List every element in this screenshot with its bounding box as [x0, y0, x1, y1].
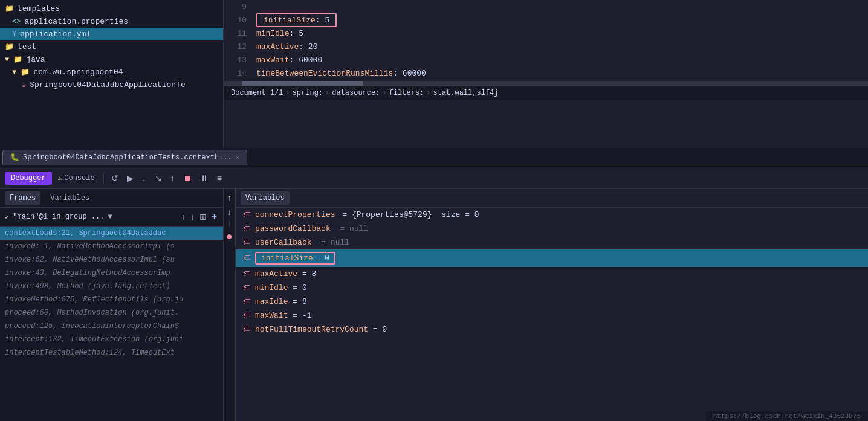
- file-label: application.yml: [20, 30, 91, 39]
- frame-item[interactable]: invoke:43, DelegatingMethodAccessorImp: [0, 266, 223, 280]
- tab-variables-left[interactable]: Variables: [45, 191, 94, 205]
- variables-panel: Variables 🏷 connectProperties = {Propert…: [236, 189, 868, 421]
- file-tree: 📁 templates <> application.properties Y …: [0, 0, 224, 148]
- tag-icon: 🏷: [243, 283, 250, 292]
- frame-item[interactable]: invokeMethod:675, ReflectionUtils (org.j…: [0, 293, 223, 306]
- variable-item-userCallback[interactable]: 🏷 userCallback = null: [236, 236, 868, 249]
- step-into-button[interactable]: ↘: [151, 171, 166, 185]
- variable-item-connectProperties[interactable]: 🏷 connectProperties = {Properties@5729} …: [236, 208, 868, 222]
- file-tree-item-test[interactable]: 📁 test: [0, 40, 223, 53]
- file-label: templates: [18, 4, 60, 13]
- thread-check-icon: ✓: [5, 213, 9, 222]
- debugger-tab[interactable]: Debugger: [5, 172, 52, 185]
- var-value: = 8: [288, 297, 306, 306]
- var-value: = 0: [288, 283, 306, 292]
- variable-item-maxIdle[interactable]: 🏷 maxIdle = 8: [236, 295, 868, 309]
- var-value: = 8: [297, 269, 316, 278]
- breadcrumb-datasource: datasource:: [332, 89, 380, 97]
- var-name: notFullTimeoutRetryCount: [255, 325, 368, 334]
- frame-item[interactable]: invoke:498, Method (java.lang.reflect): [0, 280, 223, 293]
- variable-item-notFullTimeoutRetryCount[interactable]: 🏷 notFullTimeoutRetryCount = 0: [236, 323, 868, 336]
- java-icon: ☕: [22, 80, 26, 89]
- debugger-label: Debugger: [11, 174, 46, 182]
- line-number: 9: [228, 2, 247, 11]
- red-circle-btn[interactable]: ●: [225, 229, 234, 244]
- var-value: = 0: [316, 254, 329, 263]
- tag-icon: 🏷: [243, 297, 250, 306]
- variable-item-initialSize[interactable]: 🏷 initialSize = 0: [236, 249, 868, 267]
- scroll-up-btn[interactable]: ↑: [226, 191, 233, 204]
- var-value: = {Properties@5729} size = 0: [338, 210, 479, 219]
- var-name: initialSize: [261, 254, 313, 263]
- variable-item-minIdle[interactable]: 🏷 minIdle = 0: [236, 281, 868, 295]
- var-name: userCallback: [255, 238, 312, 247]
- tag-icon: 🏷: [243, 254, 250, 263]
- variable-item-maxActive[interactable]: 🏷 maxActive = 8: [236, 267, 868, 281]
- code-key: minIdle: [256, 29, 290, 38]
- scroll-thumb[interactable]: [242, 81, 363, 86]
- variable-item-maxWait[interactable]: 🏷 maxWait = -1: [236, 309, 868, 323]
- console-tab[interactable]: ⚠ Console: [53, 172, 100, 185]
- frame-item[interactable]: intercept:132, TimeoutExtension (org.jun…: [0, 333, 223, 346]
- restart-button[interactable]: ↺: [108, 171, 122, 185]
- debug-section: 🐛 Springboot04DataJdbcApplicationTests.c…: [0, 148, 868, 421]
- debug-tab-bar: 🐛 Springboot04DataJdbcApplicationTests.c…: [0, 148, 868, 167]
- thread-dropdown-icon[interactable]: ▼: [108, 213, 112, 221]
- file-label: test: [18, 42, 36, 51]
- frame-item[interactable]: invoke:62, NativeMethodAccessorImpl (su: [0, 253, 223, 266]
- mute-button[interactable]: ⏸: [196, 171, 212, 185]
- thread-add-btn[interactable]: +: [210, 210, 218, 223]
- frame-item[interactable]: proceed:125, InvocationInterceptorChain$: [0, 320, 223, 333]
- breadcrumb-spring: spring:: [293, 89, 323, 97]
- frame-label: invoke0:-1, NativeMethodAccessorImpl (s: [5, 242, 175, 251]
- var-name: passwordCallback: [255, 224, 331, 233]
- var-value: = null: [340, 224, 369, 233]
- tag-icon: 🏷: [243, 325, 250, 334]
- line-number: 10: [228, 16, 247, 25]
- frame-label: invokeMethod:675, ReflectionUtils (org.j…: [5, 295, 183, 304]
- step-over-button[interactable]: ↓: [138, 171, 150, 185]
- file-tree-item-app-yml[interactable]: Y application.yml: [0, 28, 223, 40]
- tag-icon: 🏷: [243, 269, 250, 278]
- code-key: timeBetweenEvictionRunsMillis: [256, 69, 393, 78]
- tag-icon: 🏷: [243, 210, 250, 219]
- scroll-down-btn[interactable]: ↓: [226, 206, 233, 218]
- frames-button[interactable]: ≡: [213, 171, 225, 185]
- side-controls: ↑ ↓ ●: [224, 189, 236, 421]
- status-url: https://blog.csdn.net/weixin_43523875: [713, 413, 861, 420]
- frame-label: proceed:60, MethodInvocation (org.junit.: [5, 309, 179, 317]
- prop-icon: <>: [12, 18, 21, 26]
- stop-button[interactable]: ⏹: [180, 171, 195, 185]
- frame-item[interactable]: proceed:60, MethodInvocation (org.junit.: [0, 306, 223, 320]
- code-line-9: 9: [224, 0, 868, 13]
- thread-filter-btn[interactable]: ⊞: [198, 210, 208, 223]
- tag-icon: 🏷: [243, 224, 250, 233]
- thread-selector[interactable]: ✓ "main"@1 in group ... ▼ ↑ ↓ ⊞ +: [0, 208, 223, 227]
- var-value: = null: [321, 238, 349, 247]
- thread-down-btn[interactable]: ↓: [189, 210, 196, 223]
- status-bar: https://blog.csdn.net/weixin_43523875: [706, 411, 868, 421]
- debug-tab[interactable]: 🐛 Springboot04DataJdbcApplicationTests.c…: [2, 150, 247, 165]
- variable-item-passwordCallback[interactable]: 🏷 passwordCallback = null: [236, 222, 868, 236]
- frame-item[interactable]: interceptTestableMethod:124, TimeoutExt: [0, 346, 223, 359]
- resume-button[interactable]: ▶: [123, 171, 137, 185]
- file-tree-item-com-wu[interactable]: ▼ 📁 com.wu.springboot04: [0, 66, 223, 79]
- breadcrumb: Document 1/1 › spring: › datasource: › f…: [224, 86, 868, 100]
- frame-item[interactable]: invoke0:-1, NativeMethodAccessorImpl (s: [0, 240, 223, 253]
- folder-icon: ▼ 📁: [5, 55, 22, 64]
- file-label: application.properties: [24, 17, 128, 26]
- step-out-button[interactable]: ↑: [167, 171, 178, 185]
- file-tree-item-templates[interactable]: 📁 templates: [0, 2, 223, 15]
- code-line-11: 11 minIdle: 5: [224, 27, 868, 40]
- tab-variables[interactable]: Variables: [241, 191, 290, 205]
- line-number: 14: [228, 69, 247, 78]
- tab-frames[interactable]: Frames: [5, 191, 40, 205]
- horizontal-scrollbar[interactable]: [224, 81, 868, 86]
- file-tree-item-springboot-app[interactable]: ☕ Springboot04DataJdbcApplicationTe: [0, 79, 223, 91]
- tab-close-button[interactable]: ✕: [236, 153, 240, 161]
- file-tree-item-java[interactable]: ▼ 📁 java: [0, 53, 223, 66]
- thread-up-btn[interactable]: ↑: [180, 210, 187, 223]
- frame-item[interactable]: contextLoads:21, Springboot04DataJdbc: [0, 227, 223, 240]
- file-tree-item-app-properties[interactable]: <> application.properties: [0, 15, 223, 28]
- file-label: Springboot04DataJdbcApplicationTe: [30, 80, 185, 89]
